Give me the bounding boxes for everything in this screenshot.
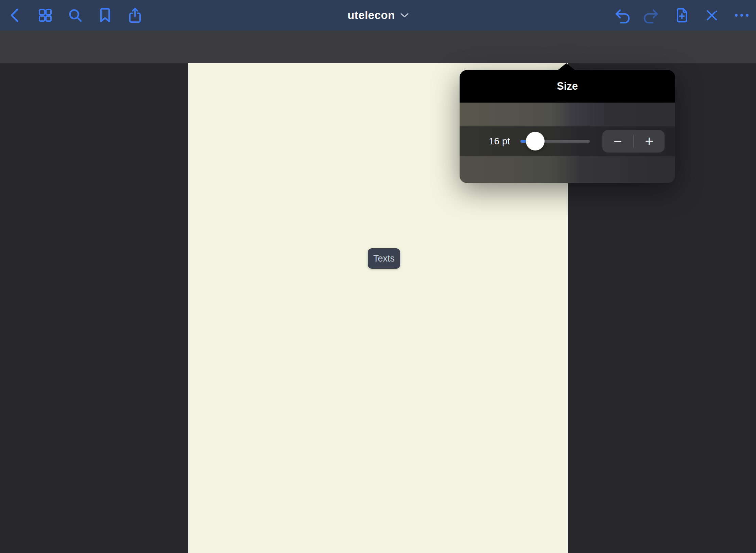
exit-edit-mode-button[interactable] (702, 6, 721, 25)
document-title[interactable]: utelecon (347, 9, 395, 22)
popover-body-bottom (460, 156, 675, 183)
more-icon (734, 7, 750, 23)
popover-body-top (460, 103, 675, 126)
back-button[interactable] (6, 6, 25, 25)
toolbar: a (0, 31, 756, 63)
slider-knob[interactable] (526, 132, 545, 150)
grid-icon (37, 7, 53, 23)
size-decrease-button[interactable]: − (602, 130, 633, 153)
close-pen-icon (704, 7, 720, 23)
undo-button[interactable] (612, 6, 631, 25)
size-control-row: 16 pt − + (460, 126, 675, 156)
navbar: utelecon (0, 0, 756, 31)
share-button[interactable] (125, 6, 144, 25)
tooltip-label: Texts (373, 253, 395, 264)
bookmark-button[interactable] (96, 6, 115, 25)
redo-button[interactable] (642, 6, 661, 25)
size-pt-label: 16 pt (489, 126, 510, 156)
size-stepper: − + (602, 130, 665, 153)
app-screen: utelecon (0, 0, 756, 553)
search-icon (67, 7, 83, 23)
popover-arrow (557, 63, 575, 70)
popover-header: Size (460, 70, 675, 103)
size-slider[interactable] (520, 126, 590, 156)
share-icon (127, 7, 143, 23)
thumbnails-button[interactable] (36, 6, 55, 25)
add-page-button[interactable] (672, 6, 691, 25)
add-page-icon (674, 7, 690, 23)
more-options-button[interactable] (732, 6, 751, 25)
size-increase-button[interactable]: + (634, 130, 665, 153)
size-popover: Size 16 pt − + (460, 70, 675, 183)
search-button[interactable] (66, 6, 85, 25)
bookmark-icon (97, 7, 113, 23)
redo-icon (643, 7, 660, 23)
title-chevron-down-icon (400, 13, 409, 18)
text-object-tooltip[interactable]: Texts (368, 248, 400, 269)
popover-title: Size (557, 80, 578, 92)
undo-icon (614, 7, 630, 23)
back-icon (7, 7, 23, 23)
